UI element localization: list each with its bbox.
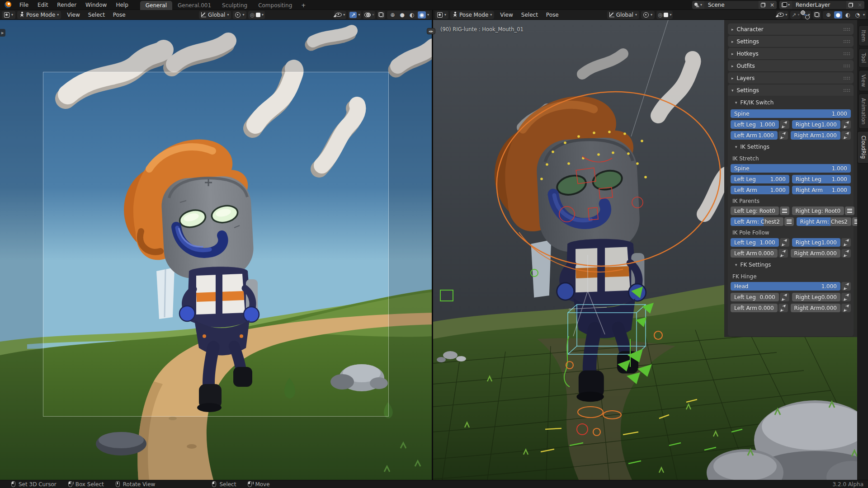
scene-selector[interactable]: ▾ Scene × xyxy=(692,1,777,9)
slider-right-leg[interactable]: Right Leg0.000 xyxy=(792,293,840,301)
menu-help[interactable]: Help xyxy=(111,0,132,10)
menu-pose[interactable]: Pose xyxy=(109,11,130,19)
ik-parent-menu-button[interactable] xyxy=(784,217,794,226)
slider-left-arm-chest[interactable]: Left Arm: Chest2 xyxy=(731,217,783,226)
slider-right-leg[interactable]: Right Leg1.000 xyxy=(792,175,851,183)
menu-view[interactable]: View xyxy=(63,11,84,19)
orientation-dropdown[interactable]: Global▾ xyxy=(199,11,231,19)
slider-right-arm-ches[interactable]: Right Arm: Ches2 xyxy=(797,217,851,226)
shading-rendered-button[interactable]: ◉ xyxy=(418,11,426,19)
add-workspace-button[interactable]: + xyxy=(297,1,309,10)
overlays-icon[interactable] xyxy=(364,13,371,17)
snap-values-button[interactable] xyxy=(778,131,788,140)
shading-wireframe-button[interactable]: ⊕ xyxy=(824,11,832,19)
viewlayer-selector[interactable]: ▾ RenderLayer × xyxy=(779,1,864,9)
snap-values-button[interactable] xyxy=(841,249,851,258)
snap-values-button[interactable] xyxy=(841,304,851,312)
slider-right-arm[interactable]: Right Arm1.000 xyxy=(791,131,840,140)
xray-toggle[interactable] xyxy=(813,11,821,19)
menu-render[interactable]: Render xyxy=(52,0,81,10)
xray-toggle[interactable] xyxy=(377,11,385,19)
slider-left-arm[interactable]: Left Arm1.000 xyxy=(731,186,789,194)
pivot-dropdown[interactable]: ▾ xyxy=(233,11,246,19)
slider-left-leg[interactable]: Left Leg1.000 xyxy=(731,175,789,183)
viewport-left[interactable]: ▸ xyxy=(0,20,433,480)
subpanel-header-ik-settings[interactable]: ▾IK Settings xyxy=(735,142,851,152)
sidebar-tab-item[interactable]: Item xyxy=(859,25,868,46)
sidebar-tab-view[interactable]: View xyxy=(859,70,868,91)
viewlayer-remove-button[interactable]: × xyxy=(855,1,864,9)
proportional-edit-icon[interactable]: ◎ xyxy=(658,12,662,18)
editor-type-button[interactable]: ▾ xyxy=(435,11,448,19)
toolbar-expand-arrow[interactable]: ▸ xyxy=(0,29,5,37)
falloff-icon[interactable] xyxy=(256,13,260,17)
slider-left-leg-root[interactable]: Left Leg: Root0 xyxy=(731,206,779,215)
snap-values-button[interactable] xyxy=(780,120,789,129)
scene-new-button[interactable] xyxy=(759,1,768,9)
panel-header-hotkeys[interactable]: ▸Hotkeys xyxy=(728,48,854,59)
slider-left-leg[interactable]: Left Leg0.000 xyxy=(731,293,779,301)
area-splitter[interactable] xyxy=(432,20,433,480)
gizmos-toggle[interactable]: ↗▾ xyxy=(790,11,801,19)
orientation-dropdown[interactable]: Global▾ xyxy=(607,11,639,19)
slider-left-arm[interactable]: Left Arm1.000 xyxy=(731,131,778,140)
snap-values-button[interactable] xyxy=(841,238,851,247)
header-scroll-arrows[interactable]: ◂▸ xyxy=(427,28,435,34)
proportional-edit-icon[interactable]: ◎ xyxy=(250,12,254,18)
slider-right-arm[interactable]: Right Arm0.000 xyxy=(791,304,840,312)
shading-solid-button[interactable]: ● xyxy=(834,11,842,19)
slider-left-leg[interactable]: Left Leg1.000 xyxy=(731,120,779,129)
overlays-toggle[interactable]: ▾ xyxy=(802,11,811,19)
snap-values-button[interactable] xyxy=(780,238,789,247)
viewport-right[interactable]: (90) RIG-lunte : Hook_Mouth_01 ▸Characte… xyxy=(433,20,857,480)
viewlayer-browse-button[interactable]: ▾ xyxy=(779,1,792,9)
mode-dropdown[interactable]: Pose Mode▾ xyxy=(450,11,494,19)
sidebar-tab-cloudrig[interactable]: CloudRig xyxy=(857,131,868,163)
panel-grip-icon[interactable] xyxy=(843,40,850,43)
slider-right-leg[interactable]: Right Leg1.000 xyxy=(792,120,840,129)
panel-header-character[interactable]: ▸Character xyxy=(728,23,854,35)
panel-grip-icon[interactable] xyxy=(843,64,850,67)
menu-select[interactable]: Select xyxy=(84,11,109,19)
visibility-dropdown[interactable]: ▾ xyxy=(776,11,788,19)
blender-logo-icon[interactable] xyxy=(5,1,11,8)
overlays-icon[interactable] xyxy=(804,14,807,15)
left-viewport-scene[interactable] xyxy=(0,20,433,480)
slider-spine[interactable]: Spine1.000 xyxy=(731,109,851,118)
snap-values-button[interactable] xyxy=(780,293,789,301)
workspace-tab-general.001[interactable]: General.001 xyxy=(172,1,217,10)
falloff-icon[interactable] xyxy=(664,13,668,17)
subpanel-header-fk-settings[interactable]: ▾FK Settings xyxy=(735,260,851,270)
sidebar-tab-tool[interactable]: Tool xyxy=(859,48,868,67)
menu-select[interactable]: Select xyxy=(517,11,542,19)
ik-parent-menu-button[interactable] xyxy=(852,217,857,226)
ik-parent-menu-button[interactable] xyxy=(780,206,789,215)
snap-values-button[interactable] xyxy=(778,249,788,258)
scene-unlink-button[interactable]: × xyxy=(768,1,777,9)
workspace-tab-general[interactable]: General xyxy=(140,1,172,10)
ik-parent-menu-button[interactable] xyxy=(845,206,854,215)
slider-right-arm[interactable]: Right Arm1.000 xyxy=(792,186,851,194)
slider-right-leg-root[interactable]: Right Leg: Root0 xyxy=(792,206,844,215)
shading-wireframe-button[interactable]: ⊕ xyxy=(388,11,396,19)
overlays-toggle[interactable]: ▾ xyxy=(363,11,375,19)
shading-rendered-button[interactable]: ◔ xyxy=(854,11,862,19)
visibility-dropdown[interactable]: ▾ xyxy=(334,11,346,19)
pivot-dropdown[interactable]: ▾ xyxy=(641,11,655,19)
proportional-edit-group[interactable]: ◎▾ xyxy=(656,11,673,19)
shading-material-button[interactable]: ◐ xyxy=(844,11,852,19)
workspace-tab-compositing[interactable]: Compositing xyxy=(253,1,297,10)
gizmo-icon[interactable]: ↗ xyxy=(792,12,796,18)
viewlayer-name[interactable]: RenderLayer xyxy=(792,2,846,8)
slider-left-arm[interactable]: Left Arm0.000 xyxy=(731,304,778,312)
proportional-edit-group[interactable]: ◎▾ xyxy=(248,11,265,19)
slider-right-arm[interactable]: Right Arm0.000 xyxy=(791,249,840,258)
scene-browse-button[interactable]: ▾ xyxy=(692,1,704,9)
panel-header-settings[interactable]: ▾ Settings xyxy=(728,84,854,96)
menu-pose[interactable]: Pose xyxy=(542,11,563,19)
gizmos-toggle[interactable]: ↗▾ xyxy=(348,11,361,19)
panel-grip-icon[interactable] xyxy=(843,52,850,55)
menu-window[interactable]: Window xyxy=(81,0,111,10)
menu-file[interactable]: File xyxy=(15,0,33,10)
slider-left-arm[interactable]: Left Arm0.000 xyxy=(731,249,778,258)
